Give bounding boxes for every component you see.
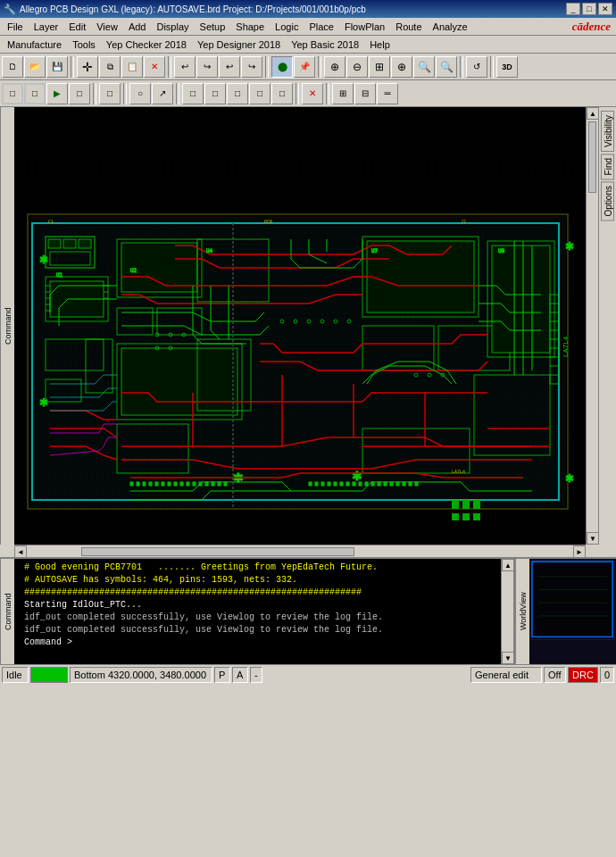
svg-rect-79 <box>162 482 164 486</box>
console-scroll-down[interactable]: ▼ <box>502 652 514 664</box>
menu-display[interactable]: Display <box>151 20 194 34</box>
tb-undo[interactable]: ↩ <box>174 56 196 78</box>
menu-tools[interactable]: Tools <box>67 37 101 52</box>
menu-add[interactable]: Add <box>123 20 152 34</box>
tb-paste[interactable]: 📋 <box>121 56 143 78</box>
tb-crosshair[interactable]: ✛ <box>77 56 98 78</box>
vertical-scrollbar[interactable]: ▲ ▼ <box>586 107 598 545</box>
tb-zoom-area[interactable]: ⊕ <box>391 56 412 78</box>
pcb-canvas[interactable]: ✱ ✱ ✱ ✱ ✱ ✱ ✱ <box>14 107 586 545</box>
close-button[interactable]: ✕ <box>598 3 612 15</box>
console-line-3: ########################################… <box>19 587 496 599</box>
menu-shape[interactable]: Shape <box>230 20 270 34</box>
worldview-map[interactable] <box>529 559 616 664</box>
tb-zoom-in[interactable]: ⊕ <box>324 56 345 78</box>
scroll-right-arrow[interactable]: ► <box>573 545 586 558</box>
options-tab[interactable]: Options <box>601 181 614 220</box>
menu-help[interactable]: Help <box>364 37 395 52</box>
tb-sep-4 <box>318 56 321 78</box>
tb-zoom-prev[interactable]: 🔍 <box>436 56 457 78</box>
svg-text:J2: J2 <box>461 219 466 224</box>
menu-place[interactable]: Place <box>304 20 339 34</box>
menu-yep-checker[interactable]: Yep Checker 2018 <box>101 37 192 52</box>
tb-zoom-out[interactable]: ⊖ <box>346 56 368 78</box>
left-sidebar: Command <box>0 107 14 545</box>
menu-edit[interactable]: Edit <box>63 20 91 34</box>
menu-layer[interactable]: Layer <box>29 20 64 34</box>
menu-setup[interactable]: Setup <box>195 20 231 34</box>
tb2-grid1[interactable]: ⊞ <box>332 83 354 104</box>
find-tab[interactable]: Find <box>601 154 614 179</box>
scroll-up-arrow[interactable]: ▲ <box>587 107 599 120</box>
tb-delete[interactable]: ✕ <box>144 56 165 78</box>
svg-rect-83 <box>187 482 189 486</box>
tb2-grid2[interactable]: ⊟ <box>354 83 376 104</box>
tb2-btn12[interactable]: □ <box>249 83 271 104</box>
tb-zoom-fit[interactable]: ⊞ <box>369 56 390 78</box>
tb2-equal[interactable]: ═ <box>377 83 398 104</box>
tb2-arrow[interactable]: ↗ <box>152 83 173 104</box>
scroll-down-arrow[interactable]: ▼ <box>587 532 599 545</box>
tb-new[interactable]: 🗋 <box>2 56 23 78</box>
tb2-btn9[interactable]: □ <box>182 83 204 104</box>
svg-rect-11 <box>79 239 91 248</box>
visibility-tab[interactable]: Visibility <box>601 111 614 152</box>
svg-rect-106 <box>409 482 412 486</box>
tb-3d[interactable]: 3D <box>496 56 518 78</box>
tb2-play[interactable]: ▶ <box>46 83 68 104</box>
svg-rect-118 <box>473 500 480 509</box>
tb-ratsnest[interactable]: ⬤ <box>271 56 293 78</box>
menu-file[interactable]: File <box>2 20 29 34</box>
tb2-square1[interactable]: □ <box>2 83 23 104</box>
svg-rect-88 <box>218 482 221 486</box>
tb2-cross[interactable]: ✕ <box>302 83 323 104</box>
menu-analyze[interactable]: Analyze <box>428 20 473 34</box>
horizontal-scrollbar[interactable]: ◄ ► <box>14 545 586 557</box>
console-scroll-up[interactable]: ▲ <box>502 559 514 571</box>
status-a[interactable]: A <box>232 667 248 683</box>
tb-refresh[interactable]: ↺ <box>466 56 487 78</box>
menu-flowplan[interactable]: FlowPlan <box>339 20 390 34</box>
status-drc[interactable]: DRC <box>568 667 598 683</box>
tb-open[interactable]: 📂 <box>24 56 46 78</box>
tb-copy[interactable]: ⧉ <box>99 56 121 78</box>
menu-view[interactable]: View <box>91 20 123 34</box>
svg-rect-117 <box>462 513 470 520</box>
svg-rect-76 <box>143 482 146 486</box>
tb-pin[interactable]: 📌 <box>294 56 315 78</box>
console-scrollbar[interactable]: ▲ ▼ <box>501 559 513 664</box>
tb2-btn11[interactable]: □ <box>227 83 248 104</box>
tb-undo2[interactable]: ↩ <box>219 56 240 78</box>
status-p[interactable]: P <box>214 667 230 683</box>
minimize-button[interactable]: _ <box>566 3 580 15</box>
menu-logic[interactable]: Logic <box>270 20 304 34</box>
svg-rect-115 <box>462 500 470 509</box>
svg-rect-75 <box>137 482 139 486</box>
scroll-left-arrow[interactable]: ◄ <box>14 545 27 558</box>
tb-save[interactable]: 💾 <box>46 56 68 78</box>
svg-text:✱: ✱ <box>39 396 48 409</box>
svg-text:✱: ✱ <box>352 469 362 483</box>
tb2-btn13[interactable]: □ <box>271 83 293 104</box>
tb2-sep-3 <box>176 83 179 104</box>
menu-manufacture[interactable]: Manufacture <box>2 37 67 52</box>
tb-zoom-all[interactable]: 🔍 <box>413 56 435 78</box>
maximize-button[interactable]: □ <box>582 3 596 15</box>
svg-rect-10 <box>63 239 76 248</box>
menu-route[interactable]: Route <box>390 20 427 34</box>
svg-rect-43 <box>367 241 474 312</box>
menu-yep-designer[interactable]: Yep Designer 2018 <box>192 37 286 52</box>
console-line-2: # AUTOSAVE has symbols: 464, pins: 1593,… <box>19 574 496 587</box>
tb2-square3[interactable]: □ <box>69 83 90 104</box>
tb2-square2[interactable]: □ <box>24 83 46 104</box>
svg-text:U4: U4 <box>206 247 213 254</box>
tb2-square4[interactable]: □ <box>99 83 121 104</box>
tb-redo2[interactable]: ↪ <box>241 56 262 78</box>
tb2-circle[interactable]: ○ <box>129 83 151 104</box>
tb-redo[interactable]: ↪ <box>196 56 218 78</box>
menu-yep-basic[interactable]: Yep Basic 2018 <box>286 37 364 52</box>
svg-rect-103 <box>390 482 393 486</box>
status-zero: 0 <box>600 667 614 683</box>
tb-sep-6 <box>490 56 494 78</box>
tb2-btn10[interactable]: □ <box>204 83 226 104</box>
